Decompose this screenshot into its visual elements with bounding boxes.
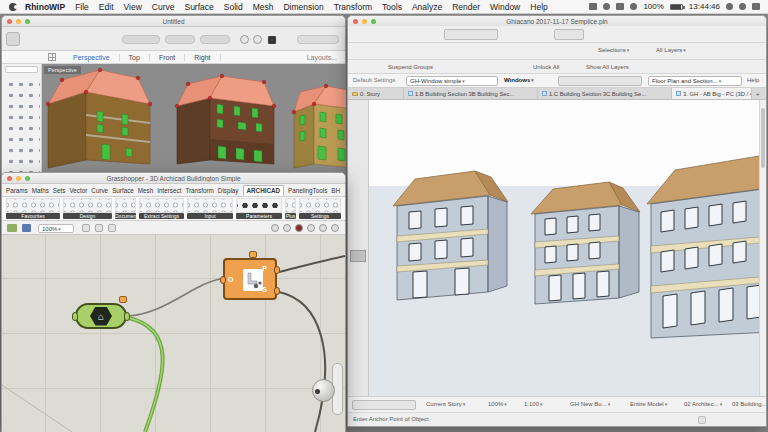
tab-building-section-c[interactable]: 1.C Building Section 3C Building Se... [538, 88, 672, 99]
tab-params[interactable]: Params [6, 187, 28, 194]
menu-edit[interactable]: Edit [99, 2, 114, 12]
notification-center-icon[interactable] [752, 3, 760, 10]
ac-standard-toolbar[interactable] [348, 26, 766, 43]
geometry-method-icons[interactable] [558, 76, 642, 86]
input-port[interactable] [72, 312, 78, 321]
toolbar-segment-3[interactable] [200, 35, 230, 44]
menu-mesh[interactable]: Mesh [253, 2, 274, 12]
open-file-icon[interactable] [7, 224, 17, 232]
tab-3d-view[interactable]: 3. GH - AB Big - PC (3D / 41) [672, 88, 752, 99]
unlock-all-button[interactable]: Unlock All [533, 64, 559, 70]
scrollbar-thumb[interactable] [761, 108, 765, 168]
menu-tools[interactable]: Tools [382, 2, 402, 12]
canvas-compass-widget[interactable] [312, 379, 335, 402]
gh-building-param-component[interactable]: ⌂ [75, 303, 127, 329]
tab-mesh[interactable]: Mesh [138, 187, 153, 194]
group-plus[interactable]: Plus [285, 198, 296, 219]
tab-perspective[interactable]: Perspective [64, 54, 120, 61]
preview-selected-button[interactable] [307, 224, 315, 232]
model-filter-dropdown[interactable]: Entire Model▾ [630, 401, 667, 407]
group-label[interactable]: Input [187, 213, 233, 219]
preview-shaded-button[interactable] [283, 224, 291, 232]
clipboard-icon[interactable] [698, 416, 706, 424]
group-icons[interactable] [115, 198, 136, 213]
group-label[interactable]: Extract Settings [139, 213, 184, 219]
favorite-dropdown[interactable]: GH-Window simple▾ [406, 76, 498, 86]
tab-maths[interactable]: Maths [32, 187, 49, 194]
rhino-toolbar[interactable] [2, 27, 345, 51]
menu-dimension[interactable]: Dimension [283, 2, 323, 12]
element-type-label[interactable]: Windows▾ [504, 77, 534, 83]
layouts-button[interactable]: Layouts... [307, 54, 345, 61]
group-icons[interactable] [139, 198, 184, 213]
remote-control-button[interactable] [319, 224, 327, 232]
gumball-toggle-icon[interactable] [240, 35, 249, 44]
show-all-layers-button[interactable]: Show All Layers [586, 64, 629, 70]
arrow-segment[interactable] [554, 29, 584, 40]
group-input[interactable]: Input [187, 198, 233, 219]
tab-vector[interactable]: Vector [69, 187, 87, 194]
rhino-titlebar[interactable]: Untitled [2, 16, 345, 27]
group-label[interactable]: Design [63, 213, 112, 219]
output-port-s[interactable] [274, 287, 280, 295]
current-story-dropdown[interactable]: Current Story▾ [426, 401, 465, 407]
warning-balloon[interactable] [119, 296, 127, 303]
gh-titlebar[interactable]: Grasshopper - 3D Archicad Buildington Si… [2, 173, 345, 184]
tab-sets[interactable]: Sets [53, 187, 66, 194]
viewport-scrollbar[interactable] [759, 100, 766, 398]
battery-icon[interactable] [670, 4, 683, 10]
tab-surface[interactable]: Surface [112, 187, 134, 194]
new-tab-button[interactable]: + [752, 88, 764, 99]
scale-dropdown[interactable]: 1:100▾ [524, 401, 543, 407]
group-icons[interactable] [63, 198, 112, 213]
tab-top[interactable]: Top [120, 54, 150, 61]
output-port-p[interactable] [274, 266, 280, 274]
menu-surface[interactable]: Surface [184, 2, 213, 12]
zoom-level-dropdown[interactable]: 100%▾ [488, 401, 507, 407]
ac-edit-toolbar[interactable]: Suspend Groups Unlock All Show All Layer… [348, 60, 766, 74]
pen-set-dropdown[interactable]: 02 Architec...▾ [684, 401, 722, 407]
gh-canvas[interactable]: ⌂ O P S [2, 235, 345, 432]
toolbar-segment-1[interactable] [122, 35, 160, 44]
osnap-toggle-icon[interactable] [253, 35, 262, 44]
menu-solid[interactable]: Solid [224, 2, 243, 12]
canvas-zoom-dropdown[interactable]: 100%▾ [38, 224, 74, 233]
zoom-extents-icon[interactable] [82, 224, 90, 232]
record-history-icon[interactable] [268, 36, 276, 44]
menu-app[interactable]: RhinoWIP [25, 2, 65, 12]
keyboard-icon[interactable] [616, 3, 624, 10]
tab-intersect[interactable]: Intersect [157, 187, 181, 194]
group-label[interactable]: Parameters [236, 213, 282, 219]
sketch-tool-icon[interactable] [95, 224, 103, 232]
sidebar-filter-field[interactable] [5, 66, 38, 73]
selected-tool[interactable] [350, 250, 366, 262]
ac-3d-viewport[interactable] [369, 100, 760, 398]
rhino-3d-scene[interactable] [42, 64, 346, 176]
tab-curve[interactable]: Curve [91, 187, 108, 194]
viewport-title-badge[interactable]: Perspective [44, 66, 81, 74]
tab-right[interactable]: Right [185, 54, 220, 61]
group-document[interactable]: Document [115, 198, 136, 219]
display-icon[interactable] [589, 3, 597, 10]
help-link[interactable]: Help [747, 77, 759, 83]
paint-tool-icon[interactable] [108, 224, 116, 232]
group-label[interactable]: Settings [299, 213, 341, 219]
tab-story[interactable]: 0. Story [348, 88, 404, 99]
clock[interactable]: 13:44:46 [689, 2, 720, 11]
volume-icon[interactable] [603, 3, 610, 10]
tab-display[interactable]: Display [218, 187, 239, 194]
menu-file[interactable]: File [75, 2, 89, 12]
ac-toolbox[interactable] [348, 100, 369, 396]
group-icons[interactable] [6, 198, 60, 213]
camera-button[interactable] [331, 224, 339, 232]
suspend-groups-button[interactable]: Suspend Groups [388, 64, 433, 70]
menu-window[interactable]: Window [490, 2, 520, 12]
menu-transform[interactable]: Transform [334, 2, 372, 12]
selections-dropdown[interactable]: Selections▾ [598, 47, 629, 53]
siri-icon[interactable] [739, 3, 746, 10]
menu-render[interactable]: Render [452, 2, 480, 12]
input-port-o[interactable] [220, 276, 226, 284]
menu-help[interactable]: Help [530, 2, 547, 12]
viewport-layout-icon[interactable] [48, 53, 56, 61]
spotlight-icon[interactable] [726, 3, 733, 10]
